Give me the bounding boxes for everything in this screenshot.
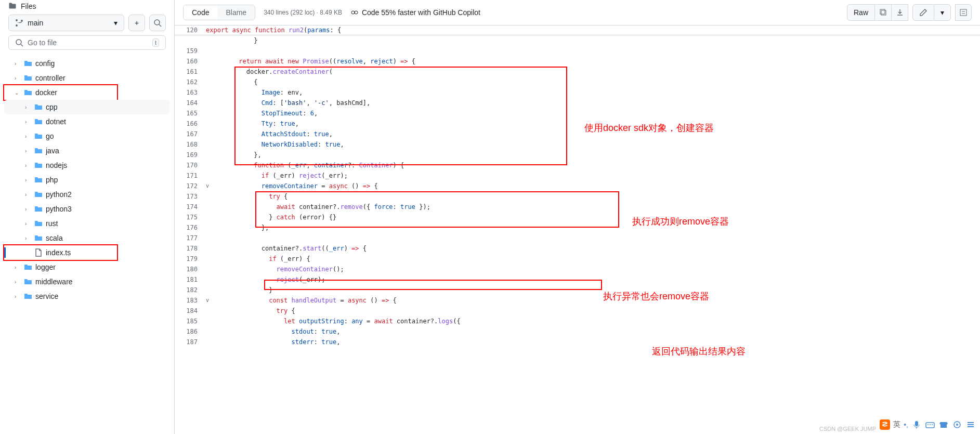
code-area[interactable]: }159160 return await new Promise((resolv…: [175, 35, 980, 434]
fold-icon[interactable]: [206, 170, 216, 181]
file-search-input[interactable]: Go to file t: [8, 35, 166, 50]
line-number[interactable]: 161: [175, 67, 206, 77]
sogou-icon[interactable]: [880, 419, 890, 430]
line-number[interactable]: 183: [175, 295, 206, 306]
fold-icon[interactable]: [206, 160, 216, 170]
ime-keyboard-icon[interactable]: [925, 419, 935, 430]
line-number[interactable]: 162: [175, 77, 206, 87]
search-button[interactable]: [149, 15, 166, 31]
tree-item-config[interactable]: ›config: [4, 56, 170, 71]
ime-skin-icon[interactable]: [938, 419, 949, 430]
tab-blame[interactable]: Blame: [217, 5, 255, 20]
ime-settings-icon[interactable]: [965, 419, 976, 430]
tree-item-middleware[interactable]: ›middleware: [4, 274, 170, 289]
tab-code[interactable]: Code: [184, 5, 217, 20]
fold-icon[interactable]: [206, 67, 216, 77]
fold-icon[interactable]: [206, 46, 216, 56]
tree-item-cpp[interactable]: ›cpp: [4, 100, 170, 114]
fold-icon[interactable]: [206, 191, 216, 202]
edit-dropdown[interactable]: ▾: [934, 4, 951, 21]
tree-item-logger[interactable]: ›logger: [4, 260, 170, 274]
fold-icon[interactable]: [206, 285, 216, 295]
line-number[interactable]: 173: [175, 191, 206, 202]
line-number[interactable]: 186: [175, 326, 206, 337]
ime-punct[interactable]: •,: [904, 420, 908, 429]
svg-rect-6: [960, 9, 966, 16]
fold-icon[interactable]: [206, 98, 216, 108]
fold-icon[interactable]: [206, 202, 216, 212]
line-number[interactable]: 175: [175, 212, 206, 222]
add-button[interactable]: +: [128, 15, 145, 31]
line-number[interactable]: 163: [175, 87, 206, 98]
line-number[interactable]: 176: [175, 222, 206, 233]
line-number[interactable]: 174: [175, 202, 206, 212]
tree-item-dotnet[interactable]: ›dotnet: [4, 114, 170, 129]
line-number[interactable]: 167: [175, 129, 206, 139]
line-number[interactable]: 169: [175, 150, 206, 160]
fold-icon[interactable]: [206, 87, 216, 98]
fold-icon[interactable]: v: [206, 181, 216, 191]
tree-item-python2[interactable]: ›python2: [4, 187, 170, 202]
fold-icon[interactable]: [206, 139, 216, 150]
fold-icon[interactable]: [206, 243, 216, 254]
fold-icon[interactable]: [206, 108, 216, 119]
line-number[interactable]: 166: [175, 119, 206, 129]
fold-icon[interactable]: [206, 326, 216, 337]
fold-icon[interactable]: [206, 264, 216, 274]
tree-item-scala[interactable]: ›scala: [4, 231, 170, 245]
line-number[interactable]: 182: [175, 285, 206, 295]
line-number[interactable]: [175, 35, 206, 46]
ime-mic-icon[interactable]: [911, 419, 922, 430]
tree-item-java[interactable]: ›java: [4, 143, 170, 158]
line-number[interactable]: 178: [175, 243, 206, 254]
line-number[interactable]: 187: [175, 337, 206, 347]
tree-item-controller[interactable]: ›controller: [4, 71, 170, 85]
tree-item-python3[interactable]: ›python3: [4, 202, 170, 216]
fold-icon[interactable]: [206, 129, 216, 139]
fold-icon[interactable]: v: [206, 295, 216, 306]
fold-icon[interactable]: [206, 337, 216, 347]
line-number[interactable]: 170: [175, 160, 206, 170]
fold-icon[interactable]: [206, 233, 216, 243]
fold-icon[interactable]: [206, 316, 216, 326]
fold-icon[interactable]: [206, 254, 216, 264]
copy-button[interactable]: [875, 4, 892, 21]
download-button[interactable]: [892, 4, 908, 21]
line-number[interactable]: 180: [175, 264, 206, 274]
line-number[interactable]: 179: [175, 254, 206, 264]
line-number[interactable]: 165: [175, 108, 206, 119]
tree-item-nodejs[interactable]: ›nodejs: [4, 158, 170, 173]
raw-button[interactable]: Raw: [847, 4, 875, 21]
ime-lang[interactable]: 英: [893, 420, 900, 429]
fold-icon[interactable]: [206, 77, 216, 87]
symbols-button[interactable]: [955, 4, 972, 21]
tree-item-php[interactable]: ›php: [4, 173, 170, 187]
tree-item-index.ts[interactable]: index.ts: [4, 245, 170, 260]
line-number[interactable]: 168: [175, 139, 206, 150]
tree-item-go[interactable]: ›go: [4, 129, 170, 143]
copilot-prompt[interactable]: Code 55% faster with GitHub Copilot: [350, 8, 480, 17]
branch-selector[interactable]: main ▾: [8, 15, 124, 31]
fold-icon[interactable]: [206, 212, 216, 222]
line-number[interactable]: 185: [175, 316, 206, 326]
fold-icon[interactable]: [206, 119, 216, 129]
tree-item-service[interactable]: ›service: [4, 289, 170, 304]
line-number[interactable]: 177: [175, 233, 206, 243]
line-number[interactable]: 172: [175, 181, 206, 191]
line-number[interactable]: 184: [175, 306, 206, 316]
line-number[interactable]: 159: [175, 46, 206, 56]
line-number[interactable]: 160: [175, 56, 206, 67]
tree-item-rust[interactable]: ›rust: [4, 216, 170, 231]
fold-icon[interactable]: [206, 222, 216, 233]
ime-tool-icon[interactable]: [952, 419, 962, 430]
line-number[interactable]: 164: [175, 98, 206, 108]
fold-icon[interactable]: [206, 274, 216, 285]
line-number[interactable]: 181: [175, 274, 206, 285]
fold-icon[interactable]: [206, 56, 216, 67]
fold-icon[interactable]: [206, 306, 216, 316]
fold-icon[interactable]: [206, 150, 216, 160]
tree-item-docker[interactable]: ⌄docker: [4, 85, 170, 100]
edit-button[interactable]: [912, 4, 934, 21]
fold-icon[interactable]: [206, 35, 216, 46]
line-number[interactable]: 171: [175, 170, 206, 181]
